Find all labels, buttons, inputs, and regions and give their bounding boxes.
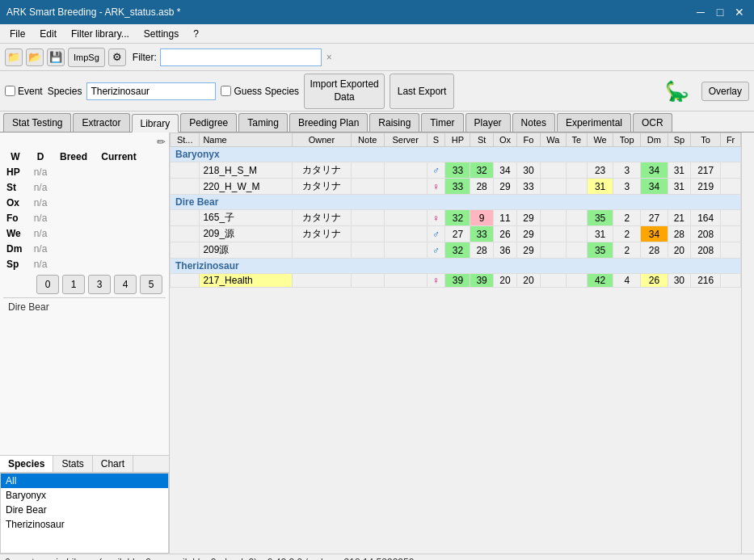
tab-experimental[interactable]: Experimental [557, 113, 631, 132]
open-folder-icon[interactable]: 📁 [5, 48, 23, 66]
table-row[interactable]: 209源♂322836293522820208 [171, 242, 741, 259]
species-input[interactable] [86, 82, 216, 100]
filter-input[interactable] [160, 48, 322, 66]
stat-dm-w: n/a [28, 242, 53, 256]
group-header: Therizinosaur [171, 259, 741, 274]
th-hp[interactable]: HP [445, 133, 470, 147]
th-owner[interactable]: Owner [293, 133, 352, 147]
maximize-button[interactable]: □ [712, 4, 728, 20]
tab-player[interactable]: Player [465, 113, 511, 132]
th-dm[interactable]: Dm [641, 133, 668, 147]
stat-sp-current [95, 257, 143, 272]
menu-file[interactable]: File [3, 27, 32, 41]
stat-ox-w: n/a [28, 196, 53, 210]
stat-we-w: n/a [28, 226, 53, 241]
open-file-icon[interactable]: 📂 [26, 48, 44, 66]
species-list-item-dire-bear[interactable]: Dire Bear [1, 503, 168, 517]
save-icon[interactable]: 💾 [47, 48, 65, 66]
menu-edit[interactable]: Edit [33, 27, 63, 41]
stat-dm-label: Dm [3, 242, 27, 256]
num-btn-5[interactable]: 5 [140, 275, 162, 294]
edit-icon[interactable]: ✏ [157, 136, 166, 148]
stat-we-d [53, 226, 94, 241]
stat-dm-d [53, 242, 94, 256]
tab-stat-testing[interactable]: Stat Testing [3, 113, 71, 132]
th-st[interactable]: St [470, 133, 493, 147]
stat-fo-w: n/a [28, 211, 53, 225]
tab-timer[interactable]: Timer [421, 113, 463, 132]
num-btn-3[interactable]: 3 [88, 275, 111, 294]
menu-filter-library[interactable]: Filter library... [65, 27, 136, 41]
th-fr[interactable]: Fr [721, 133, 741, 147]
tab-raising[interactable]: Raising [369, 113, 419, 132]
stat-st-d [53, 180, 94, 195]
status-bar: 6 creatures in Library (available: 6, un… [0, 554, 754, 560]
th-sp[interactable]: Sp [668, 133, 691, 147]
impsmart-button[interactable]: ImpSg [68, 48, 105, 67]
th-server[interactable]: Server [384, 133, 427, 147]
col-current: Current [95, 149, 143, 164]
th-fo[interactable]: Fo [517, 133, 540, 147]
tab-taming[interactable]: Taming [238, 113, 288, 132]
guess-species-label[interactable]: Guess Species [221, 86, 299, 97]
tab-ocr[interactable]: OCR [633, 113, 672, 132]
th-wa[interactable]: Wa [540, 133, 566, 147]
th-ox[interactable]: Ox [493, 133, 516, 147]
tab-breeding-plan[interactable]: Breeding Plan [289, 113, 368, 132]
table-row[interactable]: 217_Health♀393920204242630216 [171, 274, 741, 288]
stat-grid: W D Breed Current HP n/a St n/a Ox n/a F… [3, 149, 166, 272]
table-row[interactable]: 209_源カタリナ♂273326293123428208 [171, 226, 741, 242]
filter-label: Filter: [133, 52, 157, 63]
vertical-scrollbar[interactable] [741, 133, 754, 554]
num-btn-1[interactable]: 1 [62, 275, 85, 294]
th-name[interactable]: Name [200, 133, 293, 147]
window-controls: ─ □ ✕ [693, 4, 748, 20]
tab-notes[interactable]: Notes [512, 113, 555, 132]
th-te[interactable]: Te [566, 133, 587, 147]
th-we[interactable]: We [587, 133, 613, 147]
stat-we-current [95, 226, 143, 241]
left-tab-chart[interactable]: Chart [93, 456, 133, 472]
event-checkbox-label[interactable]: Event [5, 86, 43, 97]
close-button[interactable]: ✕ [731, 4, 748, 20]
num-btn-4[interactable]: 4 [114, 275, 137, 294]
tab-extractor[interactable]: Extractor [73, 113, 129, 132]
th-status: St... [171, 133, 200, 147]
title-bar: ARK Smart Breeding - ARK_status.asb * ─ … [0, 0, 754, 24]
th-top[interactable]: Top [613, 133, 641, 147]
col-breed: Breed [53, 149, 94, 164]
left-tabs: Species Stats Chart [0, 456, 169, 473]
settings-icon[interactable]: ⚙ [108, 48, 126, 66]
left-tab-species[interactable]: Species [0, 456, 53, 472]
th-note[interactable]: Note [351, 133, 384, 147]
table-row[interactable]: 220_H_W_Mカタリナ♀332829333133431219 [171, 179, 741, 195]
left-tab-stats[interactable]: Stats [53, 456, 92, 472]
table-container[interactable]: St... Name Owner Note Server S HP St Ox … [170, 133, 741, 554]
species-list-item-baryonyx[interactable]: Baryonyx [1, 488, 168, 503]
minimize-button[interactable]: ─ [693, 4, 709, 20]
event-checkbox[interactable] [5, 86, 15, 96]
right-panel: St... Name Owner Note Server S HP St Ox … [170, 133, 741, 554]
tab-library[interactable]: Library [132, 114, 179, 133]
stats-area: ✏ W D Breed Current HP n/a St n/a Ox n/a [0, 133, 169, 455]
species-list-item-therizinosaur[interactable]: Therizinosaur [1, 517, 168, 532]
left-bottom: Species Stats Chart All Baryonyx Dire Be… [0, 455, 169, 554]
th-to[interactable]: To [691, 133, 721, 147]
table-row[interactable]: 165_子カタリナ♀32911293522721164 [171, 210, 741, 226]
num-btn-0[interactable]: 0 [36, 275, 59, 294]
guess-species-checkbox[interactable] [221, 86, 231, 96]
import-exported-data-button[interactable]: Import Exported Data [304, 74, 385, 109]
overlay-button[interactable]: Overlay [701, 82, 749, 101]
main-content: ✏ W D Breed Current HP n/a St n/a Ox n/a [0, 133, 754, 554]
menu-settings[interactable]: Settings [137, 27, 185, 41]
col-w: W [3, 149, 27, 164]
stat-sp-d [53, 257, 94, 272]
tab-pedigree[interactable]: Pedigree [180, 113, 237, 132]
table-row[interactable]: 218_H_S_Mカタリナ♂333234302333431217 [171, 162, 741, 179]
last-export-button[interactable]: Last Export [390, 74, 454, 109]
stat-sp-w: n/a [28, 257, 53, 272]
species-list-item-all[interactable]: All [1, 474, 168, 488]
menu-help[interactable]: ? [187, 27, 205, 41]
stat-st-label: St [3, 180, 27, 195]
filter-clear-icon[interactable]: × [326, 52, 332, 63]
